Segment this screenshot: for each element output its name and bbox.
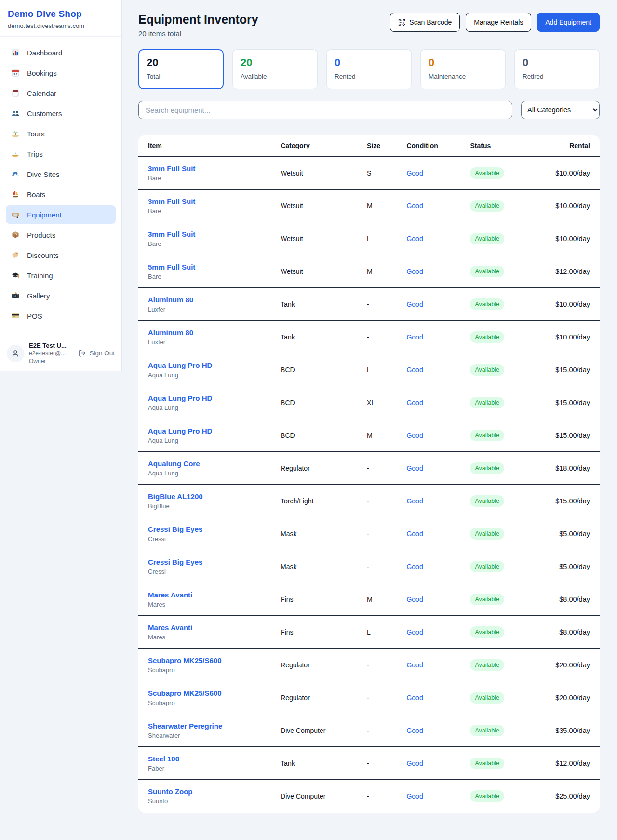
sidebar-item-label: Training [27, 271, 53, 280]
sign-out-button[interactable]: Sign Out [78, 349, 115, 357]
item-name-link[interactable]: 3mm Full Suit [148, 164, 281, 173]
category-cell: Mask [281, 563, 367, 570]
condition-link[interactable]: Good [406, 530, 470, 538]
sidebar-item-dive-sites[interactable]: Dive Sites [6, 165, 116, 183]
sidebar-item-calendar[interactable]: Calendar [6, 84, 116, 102]
item-name-link[interactable]: Aqua Lung Pro HD [148, 427, 281, 435]
size-cell: L [367, 235, 407, 243]
condition-link[interactable]: Good [406, 464, 470, 472]
sidebar-item-boats[interactable]: Boats [6, 185, 116, 203]
condition-link[interactable]: Good [406, 628, 470, 636]
condition-link[interactable]: Good [406, 235, 470, 243]
sidebar-item-tours[interactable]: Tours [6, 124, 116, 143]
column-header-size: Size [367, 142, 407, 149]
stat-card-available[interactable]: 20 Available [232, 49, 318, 89]
status-badge: Available [470, 430, 504, 441]
status-cell: Available [470, 725, 534, 736]
sidebar-item-bookings[interactable]: 17 Bookings [6, 64, 116, 82]
category-cell: Tank [281, 759, 367, 767]
sidebar-item-dashboard[interactable]: Dashboard [6, 43, 116, 62]
sidebar-item-discounts[interactable]: Discounts [6, 246, 116, 264]
category-select[interactable]: All Categories [521, 101, 600, 119]
rental-cell: $5.00/day [534, 530, 590, 538]
item-name-link[interactable]: 3mm Full Suit [148, 230, 281, 238]
condition-link[interactable]: Good [406, 300, 470, 308]
status-badge: Available [470, 331, 504, 343]
stat-card-rented[interactable]: 0 Rented [326, 49, 412, 89]
item-brand: Scubapro [148, 666, 281, 674]
item-name-link[interactable]: Aqua Lung Pro HD [148, 394, 281, 402]
condition-link[interactable]: Good [406, 432, 470, 439]
item-name-link[interactable]: 3mm Full Suit [148, 197, 281, 205]
add-equipment-button[interactable]: Add Equipment [537, 13, 600, 32]
category-cell: BCD [281, 399, 367, 406]
item-name-link[interactable]: Aluminum 80 [148, 328, 281, 337]
stat-card-maintenance[interactable]: 0 Maintenance [420, 49, 506, 89]
condition-link[interactable]: Good [406, 596, 470, 603]
status-cell: Available [470, 167, 534, 179]
page-header-text: Equipment Inventory 20 items total [138, 13, 258, 38]
status-badge: Available [470, 790, 504, 802]
item-name-link[interactable]: 5mm Full Suit [148, 263, 281, 271]
status-cell: Available [470, 495, 534, 507]
rental-cell: $15.00/day [534, 497, 590, 505]
item-name-link[interactable]: Mares Avanti [148, 623, 281, 632]
search-input[interactable] [138, 101, 512, 119]
sidebar-item-gallery[interactable]: Gallery [6, 286, 116, 305]
rental-cell: $35.00/day [534, 727, 590, 734]
sidebar-item-customers[interactable]: Customers [6, 104, 116, 122]
filters-bar: All Categories [138, 101, 600, 119]
sidebar-item-trips[interactable]: Trips [6, 145, 116, 163]
item-name-link[interactable]: Aqualung Core [148, 460, 281, 468]
item-name-link[interactable]: Shearwater Peregrine [148, 722, 281, 730]
item-name-link[interactable]: Steel 100 [148, 755, 281, 763]
item-name-link[interactable]: Scubapro MK25/S600 [148, 689, 281, 697]
sidebar-item-label: Trips [27, 150, 43, 158]
item-name-link[interactable]: Cressi Big Eyes [148, 558, 281, 566]
table-body: 3mm Full Suit Bare Wetsuit S Good Availa… [138, 157, 600, 813]
table-row: Scubapro MK25/S600 Scubapro Regulator - … [138, 649, 600, 681]
status-badge: Available [470, 626, 504, 638]
item-brand: Bare [148, 240, 281, 247]
size-cell: L [367, 366, 407, 374]
item-name-link[interactable]: Scubapro MK25/S600 [148, 656, 281, 664]
item-name-link[interactable]: Suunto Zoop [148, 787, 281, 796]
status-badge: Available [470, 692, 504, 704]
item-name-link[interactable]: Cressi Big Eyes [148, 525, 281, 533]
condition-link[interactable]: Good [406, 169, 470, 177]
stat-card-total[interactable]: 20 Total [138, 49, 224, 89]
stat-card-retired[interactable]: 0 Retired [514, 49, 600, 89]
rental-cell: $15.00/day [534, 366, 590, 374]
sidebar-item-pos[interactable]: POS [6, 307, 116, 325]
condition-link[interactable]: Good [406, 792, 470, 800]
condition-link[interactable]: Good [406, 333, 470, 341]
condition-link[interactable]: Good [406, 366, 470, 374]
user-role: Owner [29, 358, 73, 365]
item-name-link[interactable]: Aluminum 80 [148, 296, 281, 304]
condition-link[interactable]: Good [406, 759, 470, 767]
status-cell: Available [470, 200, 534, 212]
status-badge: Available [470, 200, 504, 212]
item-name-link[interactable]: Mares Avanti [148, 591, 281, 599]
item-name-link[interactable]: BigBlue AL1200 [148, 492, 281, 501]
condition-link[interactable]: Good [406, 399, 470, 406]
app: Demo Dive Shop demo.test.divestreams.com… [0, 0, 617, 832]
size-cell: M [367, 432, 407, 439]
category-cell: Dive Computer [281, 727, 367, 734]
manage-rentals-button[interactable]: Manage Rentals [466, 13, 531, 32]
condition-link[interactable]: Good [406, 268, 470, 275]
condition-link[interactable]: Good [406, 727, 470, 734]
item-name-link[interactable]: Aqua Lung Pro HD [148, 361, 281, 369]
condition-link[interactable]: Good [406, 202, 470, 210]
condition-link[interactable]: Good [406, 694, 470, 702]
stat-label: Total [147, 73, 215, 80]
condition-link[interactable]: Good [406, 661, 470, 669]
condition-link[interactable]: Good [406, 497, 470, 505]
sidebar-item-products[interactable]: Products [6, 226, 116, 244]
scan-barcode-button[interactable]: Scan Barcode [390, 13, 460, 32]
status-cell: Available [470, 758, 534, 769]
sidebar-item-label: Bookings [27, 69, 57, 77]
sidebar-item-equipment[interactable]: Equipment [6, 205, 116, 224]
condition-link[interactable]: Good [406, 563, 470, 570]
sidebar-item-training[interactable]: Training [6, 266, 116, 285]
